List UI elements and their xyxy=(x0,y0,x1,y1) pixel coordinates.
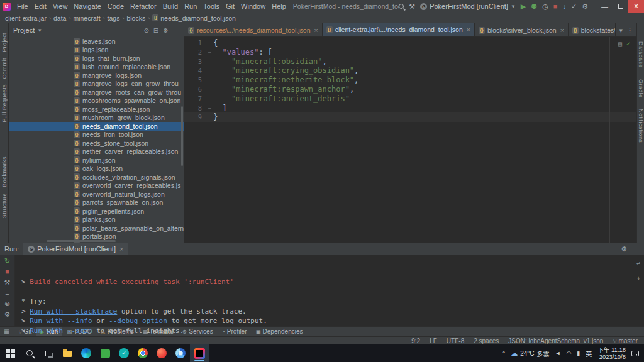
taskbar-edge[interactable] xyxy=(77,344,96,362)
fold-marker-icon[interactable]: − xyxy=(206,48,213,57)
tree-item-overworld-carver-replaceables-js[interactable]: {}overworld_carver_replaceables.js xyxy=(9,182,184,190)
menu-edit[interactable]: Edit xyxy=(31,3,50,10)
code-line-2[interactable]: 2− "values": [ xyxy=(184,48,636,57)
tree-item-mooshrooms-spawnable-on-json[interactable]: {}mooshrooms_spawnable_on.json xyxy=(9,97,184,106)
tool-stripe-pull-requests[interactable]: Pull Requests xyxy=(1,84,8,123)
menu-code[interactable]: Code xyxy=(104,3,127,10)
tool-stripe-structure[interactable]: Structure xyxy=(1,193,8,218)
code-line-3[interactable]: 3 "minecraft:obsidian", xyxy=(184,57,636,67)
gear-icon[interactable]: ⚙ xyxy=(163,27,169,34)
breadcrumb-item-minecraft[interactable]: minecraft xyxy=(73,14,100,22)
tree-item-moss-replaceable-json[interactable]: {}moss_replaceable.json xyxy=(9,105,184,114)
notifications-icon[interactable] xyxy=(631,351,639,356)
layout-icon[interactable]: ▦ xyxy=(4,328,9,335)
tree-item-parrots-spawnable-on-json[interactable]: {}parrots_spawnable_on.json xyxy=(9,199,184,207)
tree-item-needs-diamond-tool-json[interactable]: {}needs_diamond_tool.json xyxy=(9,122,184,131)
tree-item-mangrove-roots-can-grow-throu[interactable]: {}mangrove_roots_can_grow_throu xyxy=(9,88,184,97)
build-hammer-icon[interactable]: ⚒ xyxy=(409,3,415,10)
build-icon[interactable]: ⚒ xyxy=(4,279,11,286)
taskbar-green-app[interactable] xyxy=(96,344,114,362)
close-button[interactable]: × xyxy=(628,0,644,13)
tree-item-mushroom-grow-block-json[interactable]: {}mushroom_grow_block.json xyxy=(9,114,184,123)
tree-item-overworld-natural-logs-json[interactable]: {}overworld_natural_logs.json xyxy=(9,190,184,199)
taskbar-todo-app[interactable]: ✓ xyxy=(114,344,133,362)
vertical-scrollbar[interactable] xyxy=(181,106,183,166)
tool-stripe-gradle[interactable]: Gradle xyxy=(638,79,644,97)
tree-item-logs-that-burn-json[interactable]: {}logs_that_burn.json xyxy=(9,54,184,63)
gear-icon[interactable]: ⚙ xyxy=(621,245,627,253)
more-options-icon[interactable]: ⋮ xyxy=(626,26,633,35)
rerun-icon[interactable]: ↻ xyxy=(4,258,10,265)
tree-item-needs-stone-tool-json[interactable]: {}needs_stone_tool.json xyxy=(9,139,184,148)
breadcrumb-item-client-extra-jar[interactable]: client-extra.jar xyxy=(5,14,47,22)
tool-stripe-bookmarks[interactable]: Bookmarks xyxy=(1,156,8,187)
code-line-5[interactable]: 5 "minecraft:netherite_block", xyxy=(184,75,636,85)
collapse-all-icon[interactable]: ⊟ xyxy=(153,27,158,34)
tree-item-nylium-json[interactable]: {}nylium.json xyxy=(9,156,184,165)
breadcrumb-item-blocks[interactable]: blocks xyxy=(126,14,145,22)
tree-item-occludes-vibration-signals-json[interactable]: {}occludes_vibration_signals.json xyxy=(9,173,184,182)
history-icon[interactable]: ≡ xyxy=(5,290,9,297)
console-link[interactable]: Run with --info xyxy=(30,317,92,325)
editor-tab-client-extra-jar-needs-diamond-tool-json[interactable]: {}client-extra.jar!\...\needs_diamond_to… xyxy=(323,23,475,37)
maximize-button[interactable] xyxy=(613,0,628,13)
menu-refactor[interactable]: Refactor xyxy=(127,3,160,10)
tree-item-needs-iron-tool-json[interactable]: {}needs_iron_tool.json xyxy=(9,131,184,140)
menu-navigate[interactable]: Navigate xyxy=(70,3,104,10)
settings-gear-icon[interactable]: ⚙ xyxy=(582,3,588,10)
horizontal-scrollbar[interactable] xyxy=(47,240,116,242)
code-line-7[interactable]: 7 "minecraft:ancient_debris" xyxy=(184,94,636,104)
clear-icon[interactable]: ⊗ xyxy=(4,300,10,307)
tree-item-mangrove-logs-can-grow-throu[interactable]: {}mangrove_logs_can_grow_throu xyxy=(9,80,184,89)
console-output[interactable]: > Build cancelled while executing task '… xyxy=(15,255,644,326)
inspections-ok-icon[interactable]: ✓ xyxy=(626,40,630,47)
taskbar-chrome[interactable] xyxy=(133,344,152,362)
tab-close-icon[interactable]: × xyxy=(314,26,318,34)
menu-git[interactable]: Git xyxy=(223,3,238,10)
code-line-9[interactable]: 9 } xyxy=(184,112,636,122)
taskbar-chrome-dev[interactable] xyxy=(171,344,190,362)
taskbar-task-view[interactable] xyxy=(39,344,58,362)
chevron-down-icon[interactable]: ▼ xyxy=(37,28,42,33)
tab-close-icon[interactable]: × xyxy=(560,26,564,34)
menu-view[interactable]: View xyxy=(50,3,71,10)
tree-item-mangrove-logs-json[interactable]: {}mangrove_logs.json xyxy=(9,71,184,80)
scroll-to-end-icon[interactable]: ↓ xyxy=(636,273,640,283)
fold-marker-icon[interactable]: − xyxy=(206,104,213,113)
stop-icon[interactable]: ■ xyxy=(5,268,9,275)
profiler-button[interactable]: ◷ xyxy=(542,3,548,10)
soft-wrap-icon[interactable]: ↩ xyxy=(636,258,640,268)
tool-stripe-project[interactable]: Project xyxy=(1,33,8,52)
tool-stripe-commit[interactable]: Commit xyxy=(1,58,8,79)
tool-stripe-database[interactable]: Database xyxy=(638,41,644,68)
chevron-down-icon[interactable]: ▾ xyxy=(619,26,623,35)
editor[interactable]: 1 {2− "values": [3 "minecraft:obsidian",… xyxy=(184,37,636,243)
menu-file[interactable]: File xyxy=(14,3,31,10)
code-line-8[interactable]: 8− ] xyxy=(184,104,636,113)
taskbar-intellij-idea[interactable] xyxy=(190,344,209,362)
code-line-6[interactable]: 6 "minecraft:respawn_anchor", xyxy=(184,85,636,94)
hide-panel-icon[interactable]: — xyxy=(173,27,179,34)
tree-item-logs-json[interactable]: {}logs.json xyxy=(9,46,184,55)
code-line-4[interactable]: 4 "minecraft:crying_obsidian", xyxy=(184,66,636,75)
taskbar-red-app[interactable] xyxy=(152,344,171,362)
stop-button[interactable]: ■ xyxy=(553,3,558,10)
breadcrumb-item-data[interactable]: data xyxy=(53,14,66,22)
tree-item-portals-json[interactable]: {}portals.json xyxy=(9,233,184,241)
tree-item-piglin-repellents-json[interactable]: {}piglin_repellents.json xyxy=(9,207,184,216)
tree-item-leaves-json[interactable]: {}leaves.json xyxy=(9,37,184,46)
run-button[interactable]: ▶ xyxy=(521,3,526,10)
git-update-button[interactable]: ↓ xyxy=(562,3,566,10)
breadcrumb-item-needs-diamond-tool-json[interactable]: {}needs_diamond_tool.json xyxy=(152,14,236,22)
tab-close-icon[interactable]: × xyxy=(467,26,470,33)
taskbar-search[interactable] xyxy=(20,344,39,362)
tree-item-planks-json[interactable]: {}planks.json xyxy=(9,216,184,224)
tool-stripe-notifications[interactable]: Notifications xyxy=(638,109,644,143)
menu-window[interactable]: Window xyxy=(238,3,269,10)
minimize-panel-icon[interactable]: — xyxy=(633,245,640,253)
search-everywhere-icon[interactable] xyxy=(399,4,404,9)
debug-button[interactable]: ⚉ xyxy=(531,3,537,10)
minimize-button[interactable]: — xyxy=(597,0,613,13)
taskbar-file-explorer[interactable] xyxy=(58,344,77,362)
tree-item-oak-logs-json[interactable]: {}oak_logs.json xyxy=(9,165,184,173)
